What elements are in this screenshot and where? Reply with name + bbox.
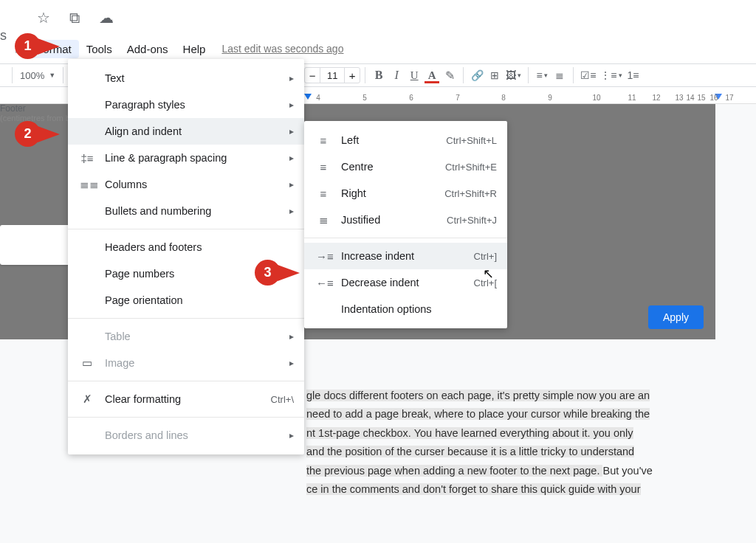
menu-item-align-left[interactable]: ≡LeftCtrl+Shift+L — [304, 127, 507, 153]
ruler-tick: 17 — [725, 94, 733, 102]
indent-start-marker[interactable] — [304, 94, 312, 100]
increase-font-button[interactable]: + — [344, 67, 360, 83]
apply-button[interactable]: Apply — [648, 305, 704, 329]
ruler-tick: 7 — [456, 94, 460, 102]
menu-item-paragraph-styles[interactable]: Paragraph styles▸ — [68, 91, 304, 118]
menu-item-bullets-numbering[interactable]: Bullets and numbering▸ — [68, 198, 304, 224]
menu-item-decrease-indent[interactable]: ←≡Decrease indentCtrl+[ — [304, 269, 507, 296]
selected-text: ce in the comments and don't forget to s… — [306, 483, 641, 495]
menu-item-table: Table▸ — [68, 323, 304, 350]
menu-item-image: ▭Image▸ — [68, 350, 304, 376]
menu-item-text[interactable]: Text▸ — [68, 65, 304, 91]
decrease-font-button[interactable]: − — [304, 67, 320, 83]
italic-button[interactable]: I — [388, 66, 405, 84]
bulleted-list-button[interactable]: ⋮≡▾ — [598, 66, 624, 84]
menu-addons[interactable]: Add-ons — [120, 40, 176, 58]
menu-item-align-centre[interactable]: ≡CentreCtrl+Shift+E — [304, 153, 507, 180]
line-spacing-icon: ‡≡ — [80, 152, 94, 165]
menu-item-page-orientation[interactable]: Page orientation — [68, 287, 304, 314]
ruler-tick: 11 — [628, 94, 636, 102]
columns-icon: ≣≣ — [80, 178, 94, 191]
body-text: But you've — [602, 465, 652, 477]
menu-item-align-right[interactable]: ≡RightCtrl+Shift+R — [304, 180, 507, 207]
menu-item-increase-indent[interactable]: →≡Increase indentCtrl+] — [304, 243, 507, 269]
line-spacing-button[interactable]: ≣ — [551, 66, 568, 84]
star-icon[interactable]: ☆ — [37, 10, 50, 25]
last-edit-link[interactable]: Last edit was seconds ago — [221, 43, 343, 55]
menu-item-line-spacing[interactable]: ‡≡Line & paragraph spacing▸ — [68, 145, 304, 171]
font-size-control[interactable]: − 11 + — [304, 67, 360, 83]
align-centre-icon: ≡ — [316, 161, 331, 173]
document-body-text[interactable]: gle docs different footers on each page,… — [306, 387, 715, 499]
highlight-button[interactable]: ✎ — [441, 66, 458, 84]
callout-1: 1 — [15, 33, 41, 59]
selected-text: nt 1st-page checkbox. You have learned e… — [306, 427, 633, 439]
selected-text: and the position of the curser because i… — [306, 446, 634, 457]
menu-item-columns[interactable]: ≣≣Columns▸ — [68, 171, 304, 198]
ruler-tick: 10 — [592, 94, 600, 102]
checklist-button[interactable]: ☑≡ — [578, 66, 598, 84]
bold-button[interactable]: B — [370, 66, 388, 84]
menu-item-align-indent[interactable]: Align and indent▸ — [68, 118, 304, 145]
menu-item-headers-footers[interactable]: Headers and footers — [68, 234, 304, 260]
menu-item-indentation-options[interactable]: Indentation options — [304, 296, 507, 322]
align-justify-icon: ≣ — [316, 213, 331, 226]
add-comment-button[interactable]: ⊞ — [486, 66, 504, 84]
format-menu: Text▸ Paragraph styles▸ Align and indent… — [68, 59, 304, 454]
selected-text: need to add a page break, where to place… — [306, 408, 650, 420]
increase-indent-icon: →≡ — [316, 250, 331, 263]
clear-format-icon: ✗ — [80, 392, 94, 406]
cursor-icon: ↖ — [483, 266, 494, 282]
align-button[interactable]: ≡▾ — [533, 66, 551, 84]
selected-text: the previous page when adding a new foot… — [306, 465, 602, 477]
callout-3: 3 — [255, 260, 281, 286]
move-to-drive-icon[interactable]: ⧉ — [69, 10, 80, 25]
menu-item-align-justified[interactable]: ≣JustifiedCtrl+Shift+J — [304, 207, 507, 233]
callout-2: 2 — [15, 121, 41, 147]
image-icon: ▭ — [80, 356, 94, 370]
selected-text: gle docs different footers on each page,… — [306, 390, 650, 401]
ruler-tick: 4 — [316, 94, 320, 102]
font-size-value[interactable]: 11 — [320, 67, 345, 83]
numbered-list-button[interactable]: 1≡ — [625, 66, 642, 84]
menu-item-clear-formatting[interactable]: ✗Clear formattingCtrl+\ — [68, 386, 304, 412]
decrease-indent-icon: ←≡ — [316, 277, 331, 289]
ruler-tick: 9 — [548, 94, 552, 102]
ruler-tick: 5 — [362, 94, 367, 102]
cloud-status-icon[interactable]: ☁ — [99, 10, 114, 25]
zoom-value: 100% — [20, 70, 44, 81]
ruler-tick: 13 — [675, 94, 683, 102]
insert-link-button[interactable]: 🔗 — [468, 66, 486, 84]
text-color-button[interactable]: A — [423, 66, 441, 84]
align-indent-submenu: ≡LeftCtrl+Shift+L ≡CentreCtrl+Shift+E ≡R… — [304, 121, 507, 328]
ruler-tick: 16 — [709, 94, 718, 102]
underline-button[interactable]: U — [405, 66, 423, 84]
menu-help[interactable]: Help — [176, 40, 213, 58]
ruler-tick: 8 — [501, 94, 506, 102]
chevron-down-icon: ▼ — [49, 72, 55, 79]
ruler-tick: 6 — [409, 94, 413, 102]
align-left-icon: ≡ — [316, 134, 331, 147]
zoom-dropdown[interactable]: 100% ▼ — [17, 70, 58, 81]
menu-tools[interactable]: Tools — [79, 40, 120, 58]
align-right-icon: ≡ — [316, 187, 331, 200]
ruler-tick: 15 — [697, 94, 705, 102]
ruler-tick: 14 — [686, 94, 694, 102]
menu-item-borders-lines: Borders and lines▸ — [68, 422, 304, 449]
ruler-tick: 12 — [652, 94, 660, 102]
footer-margin-label: Footer — [0, 103, 26, 114]
insert-image-button[interactable]: 🖼▾ — [504, 66, 523, 84]
